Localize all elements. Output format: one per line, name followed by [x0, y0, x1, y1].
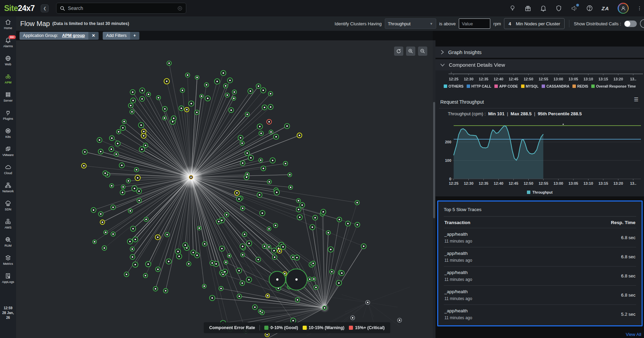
transaction-age: 11 minutes ago — [444, 315, 472, 320]
transaction-age: 11 minutes ago — [444, 239, 472, 244]
transaction-name[interactable]: _app/health — [444, 308, 472, 313]
k8s-icon — [5, 128, 11, 134]
min-nodes-label: Min Nodes per Cluster — [516, 21, 560, 26]
cluster-controls: Identify Clusters Having Throughput▼ is … — [334, 18, 643, 29]
sidebar-item-label: RUM — [4, 244, 12, 247]
flow-map[interactable] — [16, 40, 433, 338]
sidebar-item-network[interactable]: Network — [0, 180, 16, 198]
svg-text:100: 100 — [445, 158, 451, 162]
component-chart-legend: OTHERSHTTP CALLAPP CODEMYSQLCASSANDRARED… — [435, 84, 644, 88]
group-value-link[interactable]: APM group — [62, 33, 85, 38]
component-legend-item[interactable]: MYSQL — [521, 84, 539, 88]
threshold-value-input[interactable]: Value — [459, 18, 490, 29]
site24x7-logo: Site24x7 — [4, 4, 35, 13]
svg-text:13:00: 13:00 — [554, 181, 563, 185]
min-nodes-box[interactable]: 4Min Nodes per Cluster — [504, 18, 565, 29]
trace-row[interactable]: _app/health11 minutes ago6.8 sec — [444, 266, 636, 285]
sidebar-item-apm[interactable]: APM — [0, 71, 16, 89]
svg-text:12:55: 12:55 — [539, 181, 548, 185]
sidebar-item-alarms[interactable]: Alarms99+ — [0, 35, 16, 53]
zoom-out-button[interactable] — [418, 47, 427, 56]
legend-label: APP CODE — [499, 84, 518, 88]
kebab-menu-icon[interactable]: ⋮ — [637, 8, 641, 9]
trace-row[interactable]: _app/health11 minutes ago6.8 sec — [444, 247, 636, 266]
legend-swatch — [591, 84, 595, 88]
svg-text:12:25: 12:25 — [449, 77, 458, 81]
throughput-chart[interactable]: 200100012:2512:3012:3512:4012:4512:5012:… — [435, 115, 644, 188]
transaction-name[interactable]: _app/health — [444, 251, 472, 256]
aws-icon — [5, 218, 11, 225]
application-group-chip[interactable]: Application Group: APM group ✕ — [20, 32, 99, 40]
zoom-in-button[interactable] — [406, 47, 415, 56]
zia-icon[interactable]: ZA — [602, 5, 609, 11]
sidebar-item-home[interactable]: Home — [0, 16, 16, 35]
add-filter-button[interactable]: + — [130, 32, 139, 40]
megaphone-icon[interactable] — [571, 5, 578, 12]
cloud-icon — [5, 164, 11, 170]
vmware-icon — [5, 146, 11, 152]
component-legend-item[interactable]: CASSANDRA — [542, 84, 569, 88]
metric-select[interactable]: Throughput▼ — [385, 18, 436, 29]
help-icon[interactable] — [586, 5, 593, 12]
scrollbar-track[interactable] — [433, 40, 435, 338]
avatar[interactable] — [618, 3, 629, 14]
sidebar-item-plugins[interactable]: Plugins — [0, 107, 16, 125]
shield-icon[interactable] — [555, 5, 562, 12]
svg-text:12:35: 12:35 — [479, 181, 488, 185]
clear-search-icon[interactable] — [177, 6, 182, 11]
sidebar-item-sdn[interactable]: SDN — [0, 198, 16, 216]
add-filters-chip[interactable]: Add Filters + — [103, 32, 139, 40]
sidebar-item-k8s[interactable]: K8s — [0, 125, 16, 143]
distributed-calls-toggle[interactable] — [624, 21, 637, 27]
legend-swatch — [494, 84, 498, 88]
trace-row[interactable]: _app/health11 minutes ago6.8 sec — [444, 228, 636, 247]
sidebar-item-server[interactable]: Server — [0, 89, 16, 107]
top5-slow-traces-panel[interactable]: Top 5 Slow Traces Transaction Resp. Time… — [437, 200, 643, 326]
toggle-knob — [624, 21, 630, 27]
chart-menu-icon[interactable]: ☰ — [634, 99, 639, 101]
search-bar[interactable]: Search — [56, 3, 186, 14]
legend-swatch — [542, 84, 545, 88]
component-legend-item[interactable]: Overall Response Time — [591, 84, 636, 88]
sidebar-item-metrics[interactable]: Metrics — [0, 252, 16, 270]
sidebar-item-label: Cloud — [4, 171, 12, 175]
trace-row[interactable]: _app/health11 minutes ago5.2 sec — [444, 304, 636, 324]
sidebar-item-cloud[interactable]: Cloud — [0, 161, 16, 180]
legend-swatch — [349, 326, 353, 330]
response-time: 6.8 sec — [621, 254, 635, 259]
component-details-header[interactable]: Component Details View — [435, 59, 644, 70]
scrollbar-thumb[interactable] — [433, 102, 435, 218]
add-filters-label: Add Filters — [103, 32, 130, 40]
svg-text:12:25: 12:25 — [449, 181, 458, 185]
refresh-button[interactable] — [394, 47, 403, 56]
transaction-name[interactable]: _app/health — [444, 289, 472, 294]
lightbulb-icon[interactable] — [509, 5, 516, 12]
trace-row[interactable]: _app/health11 minutes ago6.8 sec — [444, 285, 636, 304]
sidebar-collapse-button[interactable]: ❮ — [41, 4, 49, 12]
sidebar-item-label: Server — [3, 99, 13, 102]
sidebar-item-aws[interactable]: AWS — [0, 216, 16, 234]
component-legend-item[interactable]: REDIS — [572, 84, 588, 88]
applogs-icon — [5, 273, 11, 279]
svg-text:13..: 13.. — [630, 77, 636, 81]
sidebar-item-web[interactable]: Web — [0, 53, 16, 71]
graph-insights-header[interactable]: Graph Insights — [435, 47, 644, 58]
component-legend-item[interactable]: APP CODE — [494, 84, 518, 88]
component-legend-item[interactable]: OTHERS — [444, 84, 464, 88]
bell-icon[interactable] — [540, 5, 547, 12]
col-transaction: Transaction — [444, 220, 470, 225]
sidebar-item-vmware[interactable]: VMware — [0, 143, 16, 161]
flow-map-canvas-area[interactable]: Component Error Rate 0-10% (Good)10-15% … — [16, 40, 433, 338]
legend-swatch — [467, 84, 470, 88]
transaction-name[interactable]: _app/health — [444, 270, 472, 275]
clock-time: 12:59 — [0, 306, 16, 311]
component-details-title: Component Details View — [449, 62, 505, 68]
gift-icon[interactable] — [525, 5, 531, 12]
component-legend-item[interactable]: HTTP CALL — [467, 84, 491, 88]
sidebar-item-rum[interactable]: RUM — [0, 234, 16, 252]
legend-label: Throughput — [532, 190, 553, 194]
transaction-name[interactable]: _app/health — [444, 232, 472, 237]
sidebar-item-applogs[interactable]: AppLogs — [0, 270, 16, 288]
remove-filter-button[interactable]: ✕ — [88, 32, 99, 40]
view-all-link[interactable]: View All — [626, 332, 641, 337]
